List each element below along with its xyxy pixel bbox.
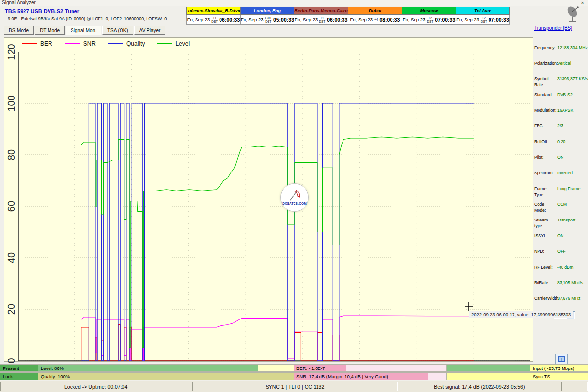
field-frame-type: Frame Type:Long Frame [534,186,587,192]
monitor-row-1: PresentLevel: 86%BER: <1.0E-7Input (~23,… [0,364,588,372]
legend-label: SNR [83,40,96,47]
tab-tsa-ok[interactable]: TSA (OK) [102,26,133,35]
field-value: 37,676 MHz [557,295,580,301]
spacer-bar [447,364,530,372]
field-polarization: Polarization:Vertical [534,60,587,67]
transponder-fields: Frequency:12188,304 MHzPolarization:Vert… [534,45,587,302]
clock-city-label: Lučenec-Slovakia_R.Dávid [186,7,240,15]
spacer-bar [447,372,530,380]
field-rolloff: RollOff:0.20 [534,139,587,145]
plot-canvas[interactable] [18,52,530,361]
field-label: Spectrum: [534,170,557,176]
clock-time: 05:00:33 [273,17,294,23]
clock-date: Fri, Sep 23 [350,17,373,22]
legend-ber: BER [22,40,52,47]
clock-offset: +1DST [319,16,325,23]
tuner-info: 9.0E - Eutelsat 9B/Ka-Sat 9A (ID: 0090) … [8,16,167,21]
field-issyi: ISSYI:ON [534,233,587,239]
field-label: Code Mode: [534,201,557,213]
clock-dubai: DubaiFri, Sep 23+408:00:33 [348,7,402,24]
legend-label: Quality [126,40,145,47]
transponder-panel-title: Transponder [BS] [534,25,587,31]
y-axis-label: 80 [6,145,16,165]
clock-datetime: Fri, Sep 23GMTDST05:00:33 [240,15,294,24]
bar-label: Level: 86% [38,366,64,371]
field-value: Inverted [557,170,573,176]
window-grid-icon [558,356,565,362]
window-title: Signal Analyzer [2,0,36,5]
legend-label: BER [40,40,52,47]
status-label: Sync TS [530,374,550,379]
clock-datetime: Fri, Sep 23+1DST06:00:33 [186,15,240,24]
panel-button[interactable] [555,354,568,364]
best-signal-status: Best signal: 17,4 dB (2022-09-23 05:56) [399,382,560,391]
field-value: ON [557,154,564,160]
legend-snr: SNR [65,40,96,47]
level-bar: Level: 86% [38,364,294,372]
field-spectrum: Spectrum:Inverted [534,170,587,176]
uptime-status: Locked -> Uptime: 00:07:04 [0,382,191,391]
legend-quality: Quality [108,40,145,47]
dxsatcs-logo: DXSATCS.COM [280,183,309,212]
monitor-row-2: LockQuality: 100%SNR: 17,4 dB (Margin: 1… [0,372,588,380]
plot-area[interactable] [18,52,530,361]
clock-city-label: Berlín-Paris-Vienna-Cairo [294,7,348,15]
field-value: 83,105 Mbit/s [557,280,583,286]
tab-bs-mode[interactable]: BS Mode [4,26,34,35]
tab-dt-mode[interactable]: DT Mode [35,26,65,35]
clock-city-label: Dubai [348,7,402,15]
field-label: NPD: [534,248,557,254]
tuner-name: TBS 5927 USB DVB-S2 Tuner [5,8,79,14]
field-symbol-rate: Symbol Rate:31396,877 KS/s [534,76,587,82]
field-bitrate: BitRate:83,105 Mbit/s [534,280,587,286]
field-code-mode: Code Mode:CCM [534,201,587,208]
field-value: -40 dBm [557,264,573,270]
field-frequency: Frequency:12188,304 MHz [534,45,587,51]
clock-offset: GMTDST [265,16,271,23]
legend-label: Level [175,40,190,47]
clock-date: Fri, Sep 23 [456,17,479,22]
tab-signal-mon[interactable]: Signal Mon. [66,26,101,35]
statusbar-spacer [561,382,588,391]
clock-date: Fri, Sep 23 [295,17,318,22]
satellite-dish-icon [566,5,581,24]
tab-av-player[interactable]: AV Player [134,26,166,35]
y-axis-label: 40 [6,248,16,268]
signal-chart[interactable]: BERSNRQualityLevel DXSATCS.COM 020406080… [4,37,533,362]
field-label: RF Level: [534,264,557,270]
field-label: BitRate: [534,280,557,286]
field-value: 31396,877 KS/s [557,76,588,82]
legend-line-icon [65,43,80,44]
present-flag: Present [0,364,38,372]
signal-analyzer-window: Signal Analyzer × TBS 5927 USB DVB-S2 Tu… [0,0,588,392]
bar-label: SNR: 17,4 dB (Margin: 10,4 dB | Very Goo… [294,374,388,379]
clock-offset: +4 [374,18,378,21]
titlebar: Signal Analyzer × [0,0,588,6]
legend-line-icon [157,43,172,44]
field-value: 12188,304 MHz [557,45,588,50]
field-npd: NPD:OFF [534,248,587,255]
field-modulation: Modulation:16APSK [534,107,587,114]
clock-offset: +2DST [427,16,433,23]
bar-fill [38,373,294,380]
field-carrierwidth: CarrierWidth:37,676 MHz [534,295,587,302]
clock-time: 06:00:33 [327,17,347,23]
sync-ts-label: Sync TS [530,372,588,380]
world-clocks: Lučenec-Slovakia_R.DávidFri, Sep 23+1DST… [186,7,510,24]
clock-date: Fri, Sep 23 [241,17,263,22]
quality-bar: Quality: 100% [38,372,294,380]
clock-moscow: MoscowFri, Sep 23+2DST07:00:33 [402,7,456,24]
y-axis-label: 60 [6,196,16,216]
lock-flag: Lock [0,372,38,380]
field-value: Vertical [557,60,571,66]
field-label: ISSYI: [534,233,557,239]
clock-city-label: Moscow [402,7,456,15]
legend-line-icon [108,43,123,44]
field-label: Standard: [534,92,557,98]
clock-offset: +2DST [481,16,487,23]
field-label: Stream type: [534,217,557,229]
y-axis-label: 100 [6,94,16,113]
mode-tabs: BS ModeDT ModeSignal Mon.TSA (OK)AV Play… [4,26,165,35]
field-value: DVB-S2 [557,92,573,98]
field-label: Modulation: [534,107,557,113]
